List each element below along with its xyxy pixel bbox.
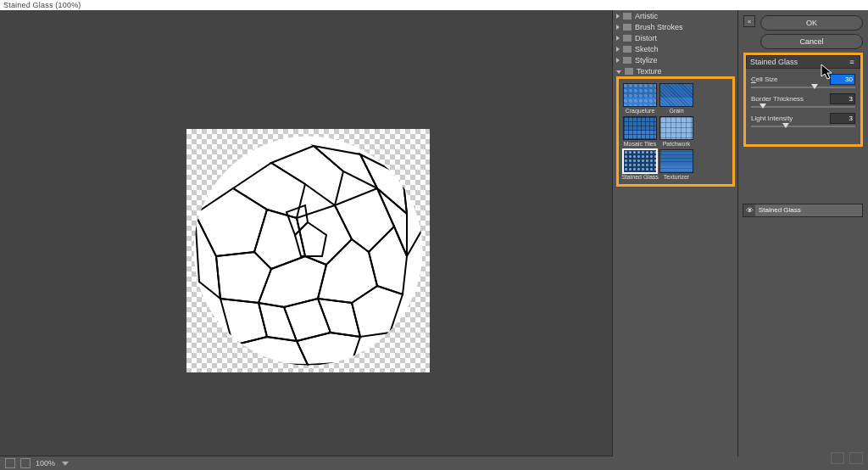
folder-icon <box>623 46 632 53</box>
border-thickness-label: Border Thickness <box>751 95 804 103</box>
params-menu-icon[interactable]: ≡ <box>848 56 856 68</box>
preview-canvas[interactable] <box>186 129 430 372</box>
svg-point-1 <box>194 137 423 366</box>
filter-params-title: Stained Glass <box>750 58 798 66</box>
cell-size-input[interactable]: 30 <box>830 74 855 85</box>
thumb-image <box>659 116 693 140</box>
category-texture[interactable]: Texture <box>613 65 738 76</box>
controls-panel: « OK Cancel Stained Glass ≡ Cell Size 30… <box>737 10 868 456</box>
texture-thumb-grid: CraquelureGrainMosaic TilesPatchworkStai… <box>616 76 735 187</box>
thumb-label: Mosaic Tiles <box>624 141 657 147</box>
cell-size-slider[interactable] <box>751 87 855 88</box>
thumb-image <box>659 149 693 173</box>
window-title: Stained Glass (100%) <box>0 0 868 10</box>
thumb-craq[interactable]: Craquelure <box>623 83 657 114</box>
zoom-out-icon[interactable] <box>5 458 15 468</box>
disclosure-icon <box>616 25 620 30</box>
category-sketch[interactable]: Sketch <box>613 43 738 54</box>
thumb-mosaic[interactable]: Mosaic Tiles <box>623 116 657 147</box>
category-label: Distort <box>635 34 657 42</box>
filter-gallery-panel: ArtisticBrush StrokesDistortSketchStyliz… <box>612 10 738 456</box>
category-stylize[interactable]: Stylize <box>613 54 738 65</box>
status-bar: 100% <box>0 456 868 470</box>
category-label: Brush Strokes <box>635 23 683 31</box>
disclosure-icon <box>616 36 620 41</box>
category-label: Texture <box>637 67 662 76</box>
thumb-grain[interactable]: Grain <box>659 83 693 114</box>
visibility-icon[interactable]: 👁 <box>743 206 755 215</box>
effects-tools <box>743 451 863 465</box>
thumb-sg[interactable]: Stained Glass <box>623 149 657 180</box>
zoom-level[interactable]: 100% <box>36 459 55 467</box>
category-label: Sketch <box>635 45 659 53</box>
thumb-image <box>659 83 693 107</box>
workspace: 100% ArtisticBrush StrokesDistortSketchS… <box>0 10 868 470</box>
thumb-tex[interactable]: Texturizer <box>659 149 693 180</box>
category-brush-strokes[interactable]: Brush Strokes <box>613 21 738 32</box>
folder-icon <box>623 24 632 31</box>
thumb-label: Patchwork <box>663 141 691 147</box>
thumb-image <box>623 149 657 173</box>
zoom-menu-icon[interactable] <box>62 462 69 466</box>
category-label: Stylize <box>635 56 658 64</box>
thumb-label: Craquelure <box>626 108 655 114</box>
cancel-button[interactable]: Cancel <box>760 34 863 49</box>
ok-button[interactable]: OK <box>760 15 863 31</box>
effects-list: 👁 Stained Glass <box>743 204 863 217</box>
panel-collapse-icon[interactable]: « <box>743 15 755 27</box>
effect-row[interactable]: 👁 Stained Glass <box>743 204 863 217</box>
disclosure-icon <box>616 58 620 63</box>
delete-effect-icon[interactable] <box>849 452 863 464</box>
thumb-image <box>623 116 657 140</box>
new-effect-icon[interactable] <box>831 452 844 464</box>
thumb-label: Grain <box>669 108 683 114</box>
border-thickness-slider[interactable] <box>751 106 855 108</box>
category-label: Artistic <box>635 12 658 20</box>
disclosure-icon <box>616 47 620 52</box>
disclosure-icon <box>616 14 620 19</box>
thumb-image <box>623 83 657 107</box>
folder-icon <box>623 13 632 20</box>
thumb-patch[interactable]: Patchwork <box>659 116 693 147</box>
light-intensity-input[interactable]: 3 <box>830 113 855 124</box>
folder-icon <box>625 68 633 75</box>
effect-name: Stained Glass <box>755 204 862 216</box>
folder-icon <box>623 57 632 64</box>
cell-size-label: Cell Size <box>751 76 778 83</box>
thumb-label: Texturizer <box>664 174 689 180</box>
light-intensity-label: Light Intensity <box>751 115 793 122</box>
light-intensity-slider[interactable] <box>751 126 855 127</box>
disclosure-icon <box>616 70 621 74</box>
category-artistic[interactable]: Artistic <box>613 10 738 21</box>
zoom-in-icon[interactable] <box>20 458 31 468</box>
border-thickness-input[interactable]: 3 <box>830 93 855 104</box>
filter-params: Stained Glass ≡ Cell Size 30 Border Thic… <box>743 53 863 147</box>
folder-icon <box>623 35 632 42</box>
category-distort[interactable]: Distort <box>613 32 738 43</box>
thumb-label: Stained Glass <box>621 174 659 180</box>
